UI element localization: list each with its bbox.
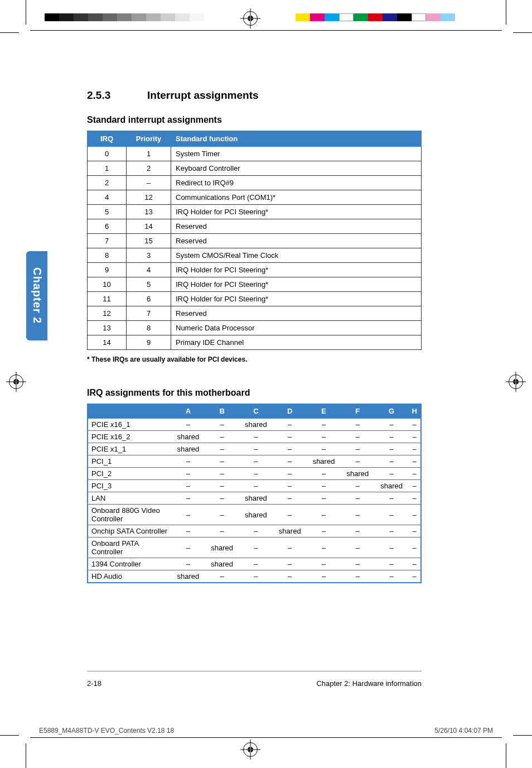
page-footer: 2-18 Chapter 2: Hardware information (87, 671, 422, 688)
t1-cell-priority: 7 (127, 306, 171, 321)
t2-cell: – (408, 558, 421, 570)
table-row: Onchip SATA Controller–––shared–––– (88, 525, 421, 537)
t2-cell: – (273, 418, 307, 431)
t2-row-label: PCIE x1_1 (88, 443, 171, 455)
t2-row-label: PCI_2 (88, 468, 171, 480)
t1-cell-irq: 14 (88, 335, 127, 350)
table-row: HD Audioshared––––––– (88, 570, 421, 583)
t2-cell: – (205, 468, 239, 480)
t2-cell: – (205, 505, 239, 525)
table-row: PCI_1––––shared––– (88, 455, 421, 468)
t1-cell-func: IRQ Holder for PCI Steering* (171, 277, 422, 292)
section-title: Interrupt assignments (147, 89, 259, 101)
page-content: 2.5.3Interrupt assignments Standard inte… (87, 89, 422, 583)
t1-head-func: Standard function (171, 131, 422, 147)
t2-cell: – (307, 443, 341, 455)
t2-head-col: E (307, 404, 341, 418)
t2-head-blank (88, 404, 171, 418)
t2-row-label: Onboard PATA Controller (88, 537, 171, 558)
t2-cell: shared (171, 431, 205, 443)
table-row: PCI_2–––––shared–– (88, 468, 421, 480)
t2-head-col: H (408, 404, 421, 418)
t2-cell: – (341, 443, 375, 455)
t1-cell-irq: 2 (88, 176, 127, 190)
table-row: 138Numeric Data Processor (88, 321, 422, 335)
t2-row-label: LAN (88, 492, 171, 505)
t2-cell: – (205, 431, 239, 443)
t2-cell: – (239, 525, 273, 537)
t2-cell: – (307, 431, 341, 443)
table-row: PCIE x1_1shared––––––– (88, 443, 421, 455)
t2-cell: – (341, 418, 375, 431)
t1-cell-func: Keyboard Controller (171, 161, 422, 176)
table-row: 2–Redirect to IRQ#9 (88, 176, 422, 190)
t2-cell: – (273, 468, 307, 480)
t1-cell-irq: 8 (88, 248, 127, 263)
t2-cell: – (171, 418, 205, 431)
t2-cell: shared (239, 505, 273, 525)
sub2-heading: IRQ assignments for this motherboard (87, 388, 422, 398)
page-number: 2-18 (87, 679, 101, 688)
t2-cell: – (341, 431, 375, 443)
t2-cell: – (341, 537, 375, 558)
t2-cell: – (307, 525, 341, 537)
t2-cell: – (408, 570, 421, 583)
table-row: PCIE x16_1––shared––––– (88, 418, 421, 431)
t2-cell: – (375, 455, 409, 468)
t2-cell: – (307, 492, 341, 505)
t1-cell-priority: 4 (127, 263, 171, 277)
t2-cell: – (239, 431, 273, 443)
t2-cell: – (375, 570, 409, 583)
t2-cell: – (171, 468, 205, 480)
t2-cell: – (239, 537, 273, 558)
t2-head-col: G (375, 404, 409, 418)
t1-cell-irq: 0 (88, 147, 127, 161)
t1-cell-func: System CMOS/Real Time Clock (171, 248, 422, 263)
t1-cell-func: Communications Port (COM1)* (171, 190, 422, 205)
t2-cell: – (375, 418, 409, 431)
t2-cell: – (273, 570, 307, 583)
section-heading: 2.5.3Interrupt assignments (87, 89, 422, 102)
t2-cell: – (408, 468, 421, 480)
t2-cell: – (307, 537, 341, 558)
t2-row-label: PCIE x16_1 (88, 418, 171, 431)
table-row: Onboard PATA Controller–shared–––––– (88, 537, 421, 558)
t2-cell: – (171, 558, 205, 570)
t1-cell-priority: 6 (127, 292, 171, 306)
table-row: 412Communications Port (COM1)* (88, 190, 422, 205)
t2-row-label: PCI_3 (88, 480, 171, 492)
t2-cell: – (273, 492, 307, 505)
t2-head-col: A (171, 404, 205, 418)
table-row: 149Primary IDE Channel (88, 335, 422, 350)
t2-cell: – (408, 492, 421, 505)
t2-cell: – (273, 505, 307, 525)
t2-cell: – (375, 468, 409, 480)
table-row: 94IRQ Holder for PCI Steering* (88, 263, 422, 277)
t1-cell-func: Reserved (171, 306, 422, 321)
t1-cell-priority: 1 (127, 147, 171, 161)
slug-line: E5889_M4A88TD-V EVO_Contents V2.18 18 5/… (39, 727, 493, 735)
t2-cell: – (205, 492, 239, 505)
t1-cell-func: IRQ Holder for PCI Steering* (171, 205, 422, 219)
t2-cell: – (408, 525, 421, 537)
t2-cell: – (375, 558, 409, 570)
table-row: PCI_3––––––shared– (88, 480, 421, 492)
t1-cell-irq: 12 (88, 306, 127, 321)
t2-cell: – (408, 418, 421, 431)
t2-cell: – (205, 570, 239, 583)
t2-cell: shared (273, 525, 307, 537)
t2-cell: – (205, 455, 239, 468)
t2-cell: shared (375, 480, 409, 492)
standard-irq-table: IRQ Priority Standard function 01System … (87, 131, 422, 350)
mobo-irq-table: ABCDEFGH PCIE x16_1––shared–––––PCIE x16… (87, 404, 422, 583)
t1-cell-irq: 5 (88, 205, 127, 219)
t2-row-label: Onchip SATA Controller (88, 525, 171, 537)
t1-cell-irq: 10 (88, 277, 127, 292)
t2-cell: – (239, 443, 273, 455)
t2-cell: – (307, 505, 341, 525)
t2-cell: – (408, 505, 421, 525)
t2-cell: – (375, 525, 409, 537)
t2-row-label: 1394 Controller (88, 558, 171, 570)
t2-cell: – (408, 537, 421, 558)
t1-cell-priority: 14 (127, 219, 171, 234)
